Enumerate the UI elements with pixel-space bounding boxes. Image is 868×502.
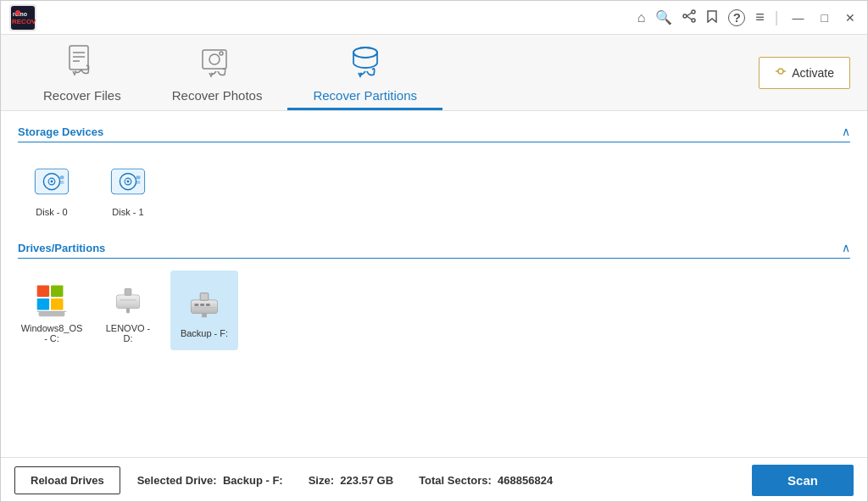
backup-f-icon [183, 282, 225, 328]
svg-rect-50 [200, 304, 204, 306]
svg-rect-36 [37, 298, 49, 310]
svg-rect-37 [51, 298, 63, 310]
svg-rect-48 [202, 314, 207, 318]
drives-partitions-chevron[interactable]: ∧ [842, 241, 850, 254]
svg-point-24 [51, 181, 53, 183]
svg-rect-26 [60, 181, 64, 184]
disk-0-item[interactable]: Disk - 0 [18, 154, 86, 224]
tab-recover-photos-label: Recover Photos [172, 88, 263, 103]
nav-tabs: Recover Files Recover Photos [1, 35, 867, 111]
svg-rect-41 [117, 295, 140, 308]
minimize-button[interactable]: — [789, 11, 808, 25]
svg-rect-42 [125, 288, 131, 295]
tab-recover-photos[interactable]: Recover Photos [147, 35, 288, 110]
drives-partitions-header: Drives/Partitions ∧ [18, 241, 850, 259]
svg-rect-47 [200, 293, 209, 301]
storage-devices-chevron[interactable]: ∧ [842, 125, 850, 138]
recover-files-icon [64, 42, 100, 85]
svg-point-19 [778, 69, 783, 74]
size-status: Size: 223.57 GB [309, 474, 393, 487]
selected-drive-status: Selected Drive: Backup - F: [137, 474, 283, 487]
svg-line-9 [687, 16, 692, 20]
disk-1-icon [107, 161, 149, 207]
sectors-value: 468856824 [498, 474, 553, 487]
partition-windows-c[interactable]: Windows8_OS - C: [18, 271, 86, 350]
svg-point-16 [220, 52, 223, 55]
storage-devices-title: Storage Devices [18, 126, 103, 138]
scan-label: Scan [787, 473, 818, 488]
title-bar-left: remo RECOVER [9, 4, 36, 31]
svg-rect-46 [192, 300, 218, 313]
size-value: 223.57 GB [340, 474, 393, 487]
svg-rect-49 [194, 304, 198, 306]
svg-point-6 [692, 19, 695, 22]
tab-recover-files-label: Recover Files [43, 88, 121, 103]
lenovo-d-icon [107, 277, 149, 323]
disk-1-item[interactable]: Disk - 1 [94, 154, 162, 224]
partition-backup-f[interactable]: Backup - F: [170, 271, 238, 350]
svg-rect-25 [60, 176, 64, 179]
svg-point-15 [209, 54, 220, 64]
partition-lenovo-d[interactable]: LENOVO - D: [94, 271, 162, 350]
disk-0-icon [31, 161, 73, 207]
bookmark-icon[interactable] [706, 9, 718, 26]
selected-drive-label: Selected Drive: [137, 474, 217, 487]
svg-point-7 [683, 14, 687, 18]
svg-rect-32 [136, 176, 141, 179]
recover-partitions-icon [347, 41, 384, 85]
help-icon[interactable]: ? [728, 9, 745, 26]
svg-line-8 [687, 13, 692, 16]
title-bar: remo RECOVER ⌂ 🔍 ? ≡ | — □ ✕ [1, 1, 867, 35]
search-icon[interactable]: 🔍 [655, 9, 672, 25]
title-bar-actions: ⌂ 🔍 ? ≡ | — □ ✕ [637, 8, 859, 26]
drives-partitions-grid: Windows8_OS - C: [18, 267, 850, 354]
close-button[interactable]: ✕ [842, 11, 859, 25]
selected-drive-value: Backup - F: [223, 474, 283, 487]
drives-partitions-title: Drives/Partitions [18, 242, 105, 254]
sectors-label: Total Sectors: [419, 474, 492, 487]
partition-backup-f-label: Backup - F: [181, 328, 228, 338]
share-icon[interactable] [682, 9, 696, 26]
bottom-bar: Reload Drives Selected Drive: Backup - F… [1, 457, 867, 502]
storage-devices-section: Storage Devices ∧ Disk - 0 [18, 125, 850, 227]
svg-rect-35 [51, 286, 63, 297]
tab-recover-partitions[interactable]: Recover Partitions [287, 35, 442, 110]
home-icon[interactable]: ⌂ [637, 10, 646, 25]
partition-windows-c-label: Windows8_OS - C: [21, 323, 83, 343]
app-logo: remo RECOVER [9, 4, 36, 31]
reload-drives-button[interactable]: Reload Drives [14, 466, 120, 494]
activate-label: Activate [792, 66, 834, 80]
tab-recover-partitions-label: Recover Partitions [313, 88, 417, 103]
disk-1-label: Disk - 1 [112, 207, 143, 217]
activate-button[interactable]: Activate [759, 57, 850, 89]
svg-point-31 [127, 181, 130, 183]
menu-icon[interactable]: ≡ [755, 8, 765, 26]
scan-button[interactable]: Scan [752, 465, 854, 496]
storage-devices-header: Storage Devices ∧ [18, 125, 850, 142]
status-info: Selected Drive: Backup - F: Size: 223.57… [137, 474, 735, 487]
size-label: Size: [309, 474, 334, 487]
windows-c-icon [31, 277, 73, 323]
svg-point-5 [692, 10, 695, 14]
svg-rect-43 [126, 309, 130, 314]
svg-point-4 [15, 10, 20, 15]
svg-rect-38 [39, 311, 65, 316]
svg-point-18 [353, 47, 377, 58]
recover-photos-icon [199, 42, 235, 85]
svg-rect-10 [70, 46, 88, 70]
disk-0-label: Disk - 0 [36, 207, 67, 217]
drives-partitions-section: Drives/Partitions ∧ [18, 241, 850, 354]
storage-devices-grid: Disk - 0 Disk - 1 [18, 151, 850, 227]
svg-rect-51 [206, 304, 210, 306]
partition-lenovo-d-label: LENOVO - D: [101, 323, 155, 343]
svg-rect-33 [136, 181, 141, 184]
reload-drives-label: Reload Drives [31, 474, 104, 487]
sectors-status: Total Sectors: 468856824 [419, 474, 553, 487]
main-content: Storage Devices ∧ Disk - 0 [1, 111, 867, 457]
svg-rect-34 [37, 286, 49, 297]
maximize-button[interactable]: □ [818, 11, 832, 25]
svg-text:RECOVER: RECOVER [12, 18, 36, 25]
tab-recover-files[interactable]: Recover Files [18, 35, 147, 110]
